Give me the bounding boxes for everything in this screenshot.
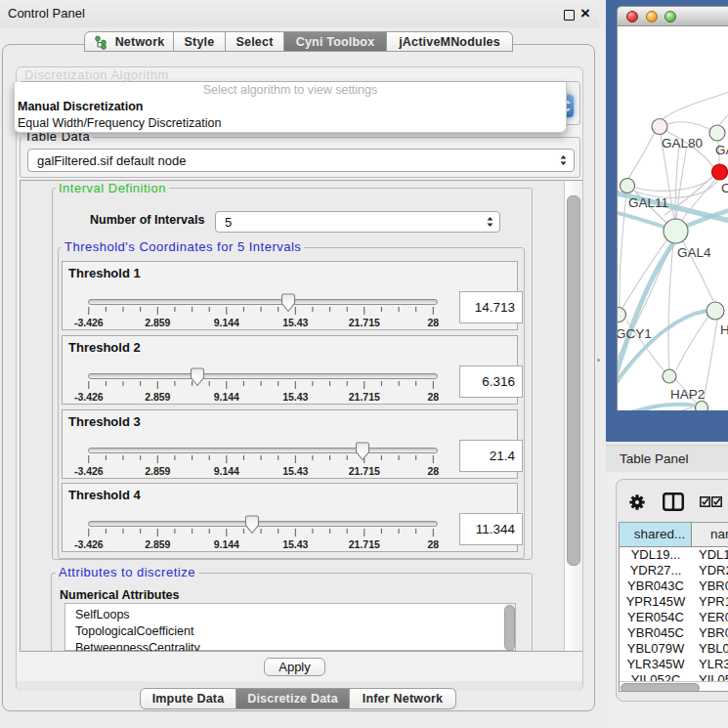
svg-text:GCY1: GCY1 xyxy=(618,326,652,341)
svg-text:GA: GA xyxy=(715,143,728,157)
svg-text:GAL11: GAL11 xyxy=(628,195,668,210)
svg-text:H: H xyxy=(720,322,728,337)
svg-text:C: C xyxy=(721,181,728,195)
svg-text:GAL80: GAL80 xyxy=(662,136,703,150)
svg-text:GAL4: GAL4 xyxy=(677,245,711,260)
svg-text:HAP2: HAP2 xyxy=(670,387,705,402)
